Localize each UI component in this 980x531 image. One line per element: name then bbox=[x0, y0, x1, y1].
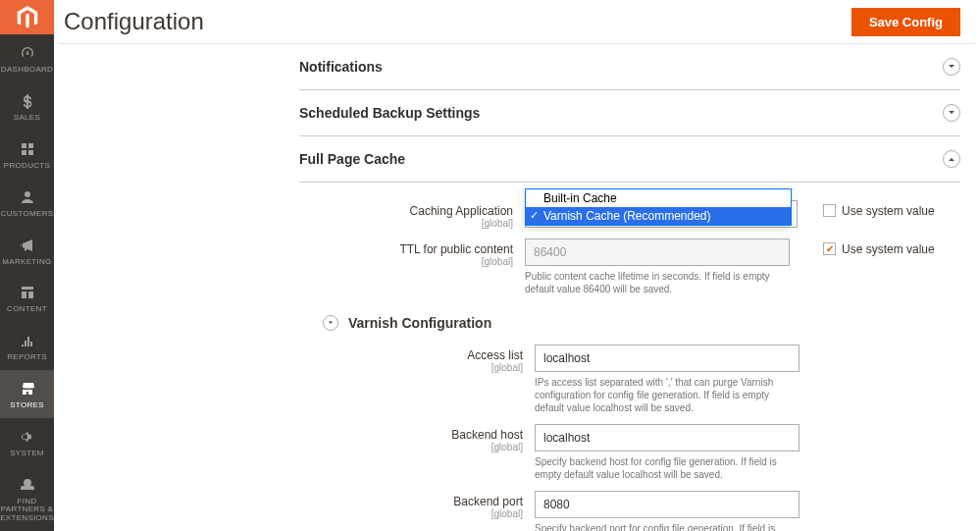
reports-icon bbox=[20, 332, 35, 349]
nav-label: STORES bbox=[10, 401, 44, 410]
nav-stores[interactable]: STORES bbox=[0, 370, 54, 418]
stores-icon bbox=[20, 380, 35, 398]
chevron-down-icon bbox=[943, 104, 960, 122]
customers-icon bbox=[20, 188, 35, 206]
save-config-button[interactable]: Save Config bbox=[851, 8, 960, 36]
backend-port-label: Backend port bbox=[309, 495, 523, 508]
use-system-value-label: Use system value bbox=[842, 242, 935, 256]
dropdown-option-varnish[interactable]: Varnish Cache (Recommended) bbox=[526, 207, 791, 225]
chevron-up-icon bbox=[943, 150, 960, 168]
nav-label: PRODUCTS bbox=[4, 162, 50, 171]
chevron-down-icon bbox=[943, 58, 960, 76]
nav-label: FIND PARTNERS & EXTENSIONS bbox=[0, 498, 54, 523]
access-list-label: Access list bbox=[309, 348, 523, 362]
section-title: Notifications bbox=[299, 59, 943, 75]
nav-products[interactable]: PRODUCTS bbox=[0, 131, 54, 179]
nav-system[interactable]: SYSTEM bbox=[0, 418, 54, 466]
nav-reports[interactable]: REPORTS bbox=[0, 322, 54, 370]
use-system-value-label: Use system value bbox=[842, 204, 935, 218]
nav-sales[interactable]: SALES bbox=[0, 82, 54, 131]
page-title: Configuration bbox=[64, 8, 204, 35]
section-full-page-cache[interactable]: Full Page Cache bbox=[299, 136, 960, 183]
backend-host-label: Backend host bbox=[309, 428, 523, 442]
caching-application-label: Caching Application bbox=[299, 204, 513, 218]
content-icon bbox=[20, 284, 35, 301]
nav-label: SALES bbox=[14, 114, 40, 123]
access-list-help: IPs access list separated with ',' that … bbox=[535, 376, 799, 414]
nav-label: MARKETING bbox=[2, 258, 51, 267]
caching-application-dropdown[interactable]: Built-in Cache Varnish Cache (Recommende… bbox=[525, 188, 792, 226]
nav-partners[interactable]: FIND PARTNERS & EXTENSIONS bbox=[0, 466, 54, 531]
nav-label: CONTENT bbox=[7, 305, 47, 314]
varnish-config-toggle[interactable]: Varnish Configuration bbox=[299, 305, 960, 345]
nav-label: REPORTS bbox=[7, 353, 47, 362]
scope-label: [global] bbox=[309, 442, 523, 452]
admin-sidebar: DASHBOARD SALES PRODUCTS CUSTOMERS MARKE… bbox=[0, 0, 54, 531]
nav-customers[interactable]: CUSTOMERS bbox=[0, 179, 54, 227]
sales-icon bbox=[20, 92, 35, 110]
products-icon bbox=[20, 140, 35, 158]
partners-icon bbox=[20, 476, 35, 494]
varnish-config-title: Varnish Configuration bbox=[348, 315, 491, 331]
scope-label: [global] bbox=[299, 218, 513, 229]
nav-dashboard[interactable]: DASHBOARD bbox=[0, 34, 54, 82]
nav-marketing[interactable]: MARKETING bbox=[0, 227, 54, 275]
backend-host-input[interactable] bbox=[535, 424, 799, 451]
marketing-icon bbox=[20, 237, 35, 254]
chevron-down-icon bbox=[323, 315, 338, 331]
backend-host-help: Specify backend host for config file gen… bbox=[535, 455, 799, 481]
page-header: Configuration Save Config bbox=[54, 0, 980, 43]
nav-label: DASHBOARD bbox=[1, 66, 53, 75]
backend-port-input[interactable] bbox=[535, 491, 799, 518]
scope-label: [global] bbox=[309, 362, 523, 373]
magento-logo-icon bbox=[17, 6, 38, 29]
backend-port-help: Specify backend port for config file gen… bbox=[535, 522, 799, 531]
dropdown-option-builtin[interactable]: Built-in Cache bbox=[526, 189, 791, 207]
ttl-label: TTL for public content bbox=[299, 242, 513, 256]
use-system-value-checkbox[interactable] bbox=[823, 204, 836, 217]
scope-label: [global] bbox=[299, 256, 513, 267]
ttl-help-text: Public content cache lifetime in seconds… bbox=[525, 270, 790, 295]
use-system-value-checkbox[interactable]: ✔ bbox=[823, 242, 836, 255]
nav-content[interactable]: CONTENT bbox=[0, 274, 54, 322]
scope-label: [global] bbox=[309, 508, 523, 519]
system-icon bbox=[20, 428, 35, 446]
ttl-input[interactable] bbox=[525, 239, 790, 266]
nav-label: CUSTOMERS bbox=[1, 210, 54, 219]
section-notifications[interactable]: Notifications bbox=[299, 44, 960, 90]
dashboard-icon bbox=[20, 44, 35, 62]
nav-label: SYSTEM bbox=[10, 450, 44, 458]
magento-logo[interactable] bbox=[0, 0, 54, 34]
section-scheduled-backup[interactable]: Scheduled Backup Settings bbox=[299, 90, 960, 136]
access-list-input[interactable] bbox=[535, 345, 799, 372]
section-title: Scheduled Backup Settings bbox=[299, 105, 943, 121]
section-title: Full Page Cache bbox=[299, 151, 943, 167]
